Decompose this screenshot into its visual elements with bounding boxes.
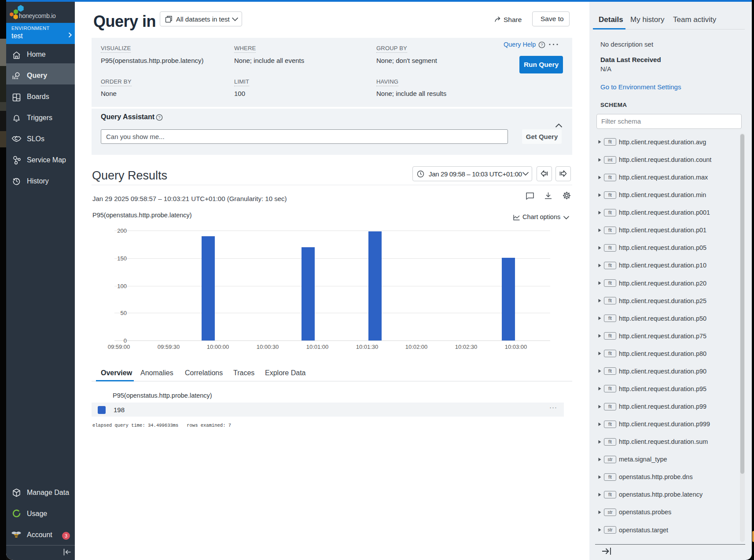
svg-text:?: ? bbox=[158, 115, 160, 120]
svg-text:?: ? bbox=[541, 42, 543, 47]
svg-text:honeycomb.io: honeycomb.io bbox=[19, 12, 56, 19]
